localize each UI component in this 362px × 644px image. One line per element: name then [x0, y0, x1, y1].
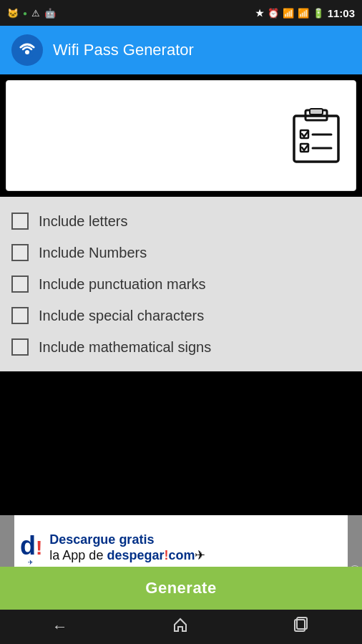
app-bar: Wifi Pass Generator [0, 26, 362, 74]
ad-line2-part4: com [168, 548, 195, 562]
status-bar: 🐱 ● ⚠ 🤖 ★ ⏰ 📶 📶 🔋 11:03 [0, 0, 362, 26]
checkbox-letters-label: Include letters [39, 213, 128, 230]
checkbox-include-letters[interactable]: Include letters [9, 205, 353, 237]
ad-logo: d! ✈ [20, 530, 42, 566]
main-content: Include letters Include Numbers Include … [0, 197, 362, 371]
home-button[interactable] [157, 610, 203, 643]
preview-box [6, 80, 356, 191]
recents-button[interactable] [278, 610, 324, 643]
signal-icon: 📶 [298, 8, 309, 19]
checkbox-special-box[interactable] [11, 307, 29, 324]
checkbox-punctuation-label: Include punctuation marks [39, 276, 205, 293]
checkbox-math-box[interactable] [11, 338, 29, 356]
wifi-icon: 📶 [283, 8, 294, 19]
svg-rect-4 [310, 109, 323, 114]
checkbox-letters-box[interactable] [11, 213, 29, 230]
checkbox-special-label: Include special characters [39, 308, 204, 324]
checkbox-numbers-box[interactable] [11, 244, 29, 261]
nav-bar: ← [0, 610, 362, 644]
generate-button[interactable]: Generate [0, 567, 362, 610]
svg-point-1 [25, 50, 29, 54]
app-title: Wifi Pass Generator [53, 41, 194, 59]
alarm-icon: ⏰ [268, 8, 279, 19]
ad-line2-part1: la App de [49, 548, 107, 562]
app-icon-1: 🐱 [7, 8, 19, 19]
back-button[interactable]: ← [38, 612, 82, 642]
clock: 11:03 [328, 7, 355, 19]
ad-line2: la App de despegar!com✈ [49, 547, 205, 563]
android-icon: 🤖 [44, 8, 56, 19]
checkbox-include-punctuation[interactable]: Include punctuation marks [9, 268, 353, 300]
warning-icon: ⚠ [31, 8, 40, 19]
status-bar-left: 🐱 ● ⚠ 🤖 [7, 8, 56, 19]
ad-text-block: Descargue gratis la App de despegar!com✈ [49, 532, 205, 563]
checkbox-numbers-label: Include Numbers [39, 245, 147, 261]
bluetooth-icon: ★ [255, 8, 264, 19]
status-bar-right: ★ ⏰ 📶 📶 🔋 11:03 [255, 7, 355, 19]
dot-icon: ● [23, 9, 27, 17]
battery-icon: 🔋 [313, 8, 324, 19]
checkbox-include-special[interactable]: Include special characters [9, 300, 353, 331]
checkbox-punctuation-box[interactable] [11, 275, 29, 293]
ad-line2-part2: despegar [107, 548, 164, 562]
app-logo [11, 34, 43, 66]
ad-line1: Descargue gratis [49, 532, 205, 547]
checkbox-math-label: Include mathematical signs [39, 339, 211, 356]
checkbox-include-numbers[interactable]: Include Numbers [9, 237, 353, 268]
clipboard-icon [291, 107, 341, 165]
checkbox-include-math[interactable]: Include mathematical signs [9, 331, 353, 363]
